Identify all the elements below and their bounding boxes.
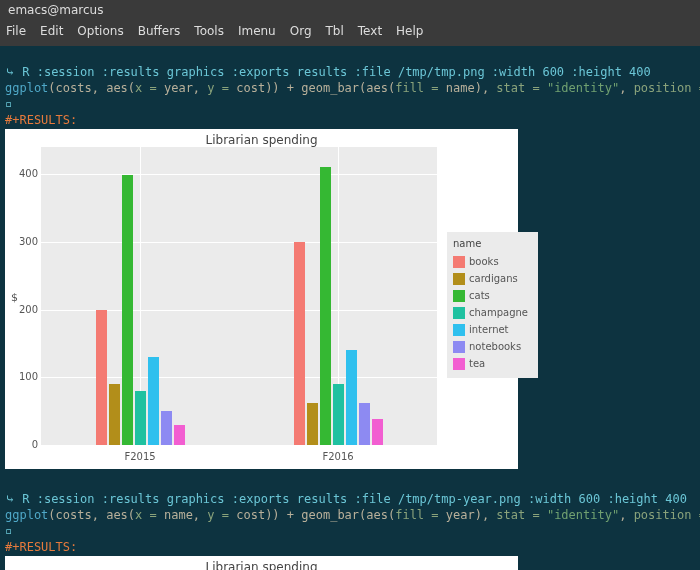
code-token: y = [207,81,236,95]
gridline [41,174,437,175]
code-token: stat = [496,508,547,522]
code-token: y = [207,508,236,522]
menu-options[interactable]: Options [77,24,123,42]
bar-notebooks [161,411,172,445]
bar-internet [346,350,357,445]
code-token: (costs, aes( [48,508,135,522]
code-token: fill = [395,81,446,95]
chart-legend: namebookscardiganscatschampagneinternetn… [447,232,538,378]
code-token: position = [634,508,700,522]
code-token: ggplot [5,508,48,522]
menu-text[interactable]: Text [358,24,382,42]
code-token: cost)) + geom_bar(aes( [236,508,395,522]
legend-label: notebooks [469,339,521,355]
src-block-marker: ⤷ [5,65,22,79]
results-label: #+RESULTS: [5,113,77,127]
bar-champagne [135,391,146,445]
legend-label: books [469,254,499,270]
y-tick-label: 400 [19,166,38,182]
y-tick-label: 0 [32,437,38,453]
code-token: name, [164,508,207,522]
code-token: cost)) + geom_bar(aes( [236,81,395,95]
bar-cats [320,167,331,445]
legend-swatch [453,256,465,268]
window-title: emacs@marcus [8,3,103,17]
y-tick-label: 200 [19,302,38,318]
code-token: year, [164,81,207,95]
code-token: year), [446,508,497,522]
bar-tea [174,425,185,445]
chart-title: Librarian spending [5,132,518,148]
menu-buffers[interactable]: Buffers [138,24,181,42]
y-tick-label: 300 [19,234,38,250]
menu-help[interactable]: Help [396,24,423,42]
bar-internet [148,357,159,445]
menu-bar: File Edit Options Buffers Tools Imenu Or… [0,20,700,46]
y-axis-label: $ [11,290,18,306]
code-token: stat = [496,81,547,95]
bar-books [96,310,107,445]
legend-label: tea [469,356,485,372]
legend-item: internet [453,322,528,338]
window-titlebar: emacs@marcus [0,0,700,20]
legend-title: name [453,236,528,252]
bar-cardigans [307,403,318,445]
code-token: x = [135,81,164,95]
legend-item: notebooks [453,339,528,355]
menu-tools[interactable]: Tools [194,24,224,42]
legend-swatch [453,324,465,336]
code-token: x = [135,508,164,522]
legend-label: internet [469,322,509,338]
results-label: #+RESULTS: [5,540,77,554]
legend-swatch [453,358,465,370]
menu-tbl[interactable]: Tbl [326,24,344,42]
menu-file[interactable]: File [6,24,26,42]
bar-tea [372,419,383,445]
code-token: , [619,81,633,95]
src-block-header: R :session :results graphics :exports re… [22,492,687,506]
src-block-header: R :session :results graphics :exports re… [22,65,651,79]
legend-item: books [453,254,528,270]
gridline [41,445,437,446]
legend-swatch [453,290,465,302]
x-tick-label: F2015 [124,449,155,465]
menu-imenu[interactable]: Imenu [238,24,276,42]
code-token: ggplot [5,81,48,95]
plot-librarian-spending: Librarian spending0100200300400F2015F201… [5,129,518,469]
bar-cats [122,175,133,445]
bar-champagne [333,384,344,445]
bar-cardigans [109,384,120,445]
bar-notebooks [359,403,370,445]
legend-swatch [453,273,465,285]
menu-org[interactable]: Org [290,24,312,42]
legend-label: champagne [469,305,528,321]
legend-label: cats [469,288,490,304]
code-token: , [619,508,633,522]
code-token: position = [634,81,700,95]
legend-item: cardigans [453,271,528,287]
editor-area[interactable]: ⤷ R :session :results graphics :exports … [0,46,700,570]
code-token: "identity" [547,81,619,95]
plot-librarian-spending-2: Librarian spending [5,556,518,570]
code-token: (costs, aes( [48,81,135,95]
menu-edit[interactable]: Edit [40,24,63,42]
src-block-end-marker: ▫ [5,97,12,111]
code-token: name), [446,81,497,95]
x-tick-label: F2016 [322,449,353,465]
legend-label: cardigans [469,271,518,287]
code-token: "identity" [547,508,619,522]
legend-swatch [453,307,465,319]
code-token: fill = [395,508,446,522]
src-block-marker: ⤷ [5,492,22,506]
y-tick-label: 100 [19,369,38,385]
chart-title: Librarian spending [5,559,518,570]
legend-item: cats [453,288,528,304]
bar-books [294,242,305,445]
gridline [41,242,437,243]
src-block-end-marker: ▫ [5,524,12,538]
chart-panel: 0100200300400F2015F2016 [41,147,437,445]
legend-item: champagne [453,305,528,321]
legend-swatch [453,341,465,353]
legend-item: tea [453,356,528,372]
